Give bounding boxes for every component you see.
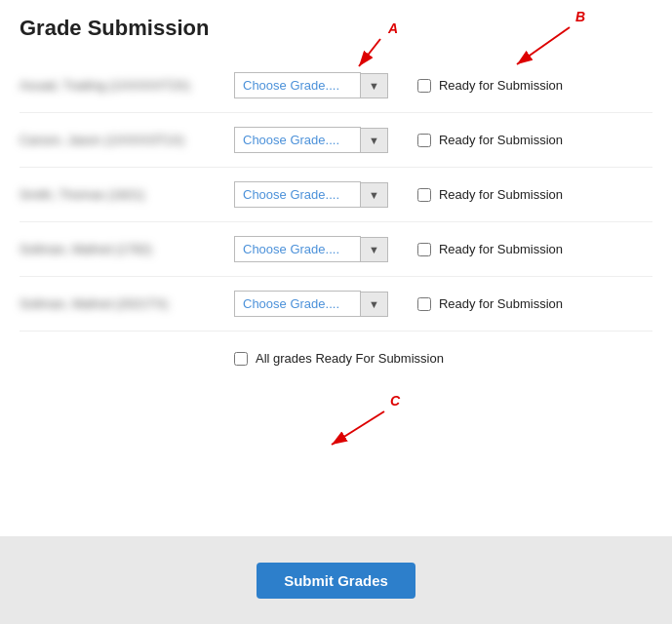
- table-row: Sollman, Mafred (2021TX) Choose Grade...…: [20, 277, 652, 332]
- student-name: Smith, Thomas (1821): [20, 187, 234, 202]
- all-ready-row: All grades Ready For Submission: [20, 332, 652, 375]
- student-list: Aouad, Trading (1XXXXXT2X) Choose Grade.…: [20, 58, 652, 332]
- grade-select[interactable]: Choose Grade.... A B C D F W I: [234, 291, 361, 317]
- grade-select-arrow[interactable]: ▼: [361, 73, 388, 98]
- ready-label: Ready for Submission: [439, 187, 563, 202]
- table-row: Aouad, Trading (1XXXXXT2X) Choose Grade.…: [20, 58, 652, 113]
- student-name: Aouad, Trading (1XXXXXT2X): [20, 78, 234, 93]
- submit-grades-button[interactable]: Submit Grades: [257, 563, 415, 599]
- student-name: Sollman, Mafred (1782): [20, 242, 234, 256]
- footer-bar: Submit Grades: [0, 536, 672, 624]
- annotation-c-label: C: [390, 393, 401, 409]
- ready-label: Ready for Submission: [439, 242, 563, 256]
- annotation-c-arrow: [332, 411, 384, 445]
- grade-select-arrow[interactable]: ▼: [361, 128, 388, 153]
- student-name: Sollman, Mafred (2021TX): [20, 296, 234, 311]
- all-ready-checkbox[interactable]: [234, 352, 248, 366]
- ready-section: Ready for Submission: [417, 133, 563, 147]
- table-row: Sollman, Mafred (1782) Choose Grade.... …: [20, 222, 652, 277]
- table-row: Carson, Jason (1XXXX3T1X) Choose Grade..…: [20, 113, 652, 168]
- grade-select[interactable]: Choose Grade.... A B C D F W I: [234, 236, 361, 262]
- ready-checkbox-2[interactable]: [417, 134, 431, 147]
- grade-select-wrapper: Choose Grade.... A B C D F W I ▼: [234, 127, 388, 153]
- ready-checkbox-3[interactable]: [417, 188, 431, 202]
- ready-checkbox-5[interactable]: [417, 297, 431, 311]
- grade-select[interactable]: Choose Grade.... A B C D F W I: [234, 181, 361, 208]
- grade-select[interactable]: Choose Grade.... A B C D F W I: [234, 72, 361, 98]
- main-content: Grade Submission Aouad, Trading (1XXXXXT…: [0, 0, 672, 391]
- ready-checkbox-1[interactable]: [417, 79, 431, 93]
- ready-section: Ready for Submission: [417, 296, 563, 311]
- page-container: Grade Submission Aouad, Trading (1XXXXXT…: [0, 0, 672, 624]
- student-name: Carson, Jason (1XXXX3T1X): [20, 133, 234, 147]
- page-title: Grade Submission: [20, 16, 652, 41]
- grade-select-wrapper: Choose Grade.... A B C D F W I ▼: [234, 181, 388, 208]
- grade-select[interactable]: Choose Grade.... A B C D F W I: [234, 127, 361, 153]
- grade-select-wrapper: Choose Grade.... A B C D F W I ▼: [234, 236, 388, 262]
- ready-label: Ready for Submission: [439, 296, 563, 311]
- grade-select-wrapper: Choose Grade.... A B C D F W I ▼: [234, 72, 388, 98]
- ready-section: Ready for Submission: [417, 242, 563, 256]
- ready-label: Ready for Submission: [439, 78, 563, 93]
- all-ready-label: All grades Ready For Submission: [256, 351, 444, 366]
- grade-select-wrapper: Choose Grade.... A B C D F W I ▼: [234, 291, 388, 317]
- ready-checkbox-4[interactable]: [417, 243, 431, 256]
- grade-select-arrow[interactable]: ▼: [361, 237, 388, 262]
- grade-select-arrow[interactable]: ▼: [361, 182, 388, 208]
- ready-section: Ready for Submission: [417, 187, 563, 202]
- grade-select-arrow[interactable]: ▼: [361, 292, 388, 317]
- table-row: Smith, Thomas (1821) Choose Grade.... A …: [20, 168, 652, 222]
- ready-label: Ready for Submission: [439, 133, 563, 147]
- ready-section: Ready for Submission: [417, 78, 563, 93]
